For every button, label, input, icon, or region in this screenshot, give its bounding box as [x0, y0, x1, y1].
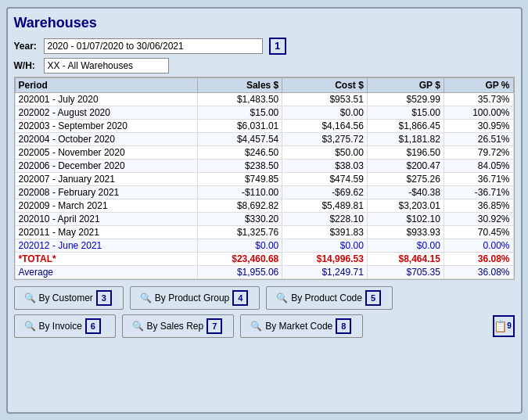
table-row: 202002 - August 2020$15.00$0.00$15.00100… — [15, 106, 513, 119]
buttons-row-1: 🔍 By Customer 3 🔍 By Product Group 4 🔍 B… — [14, 286, 515, 310]
table-row: 202009 - March 2021$8,692.82$5,489.81$3,… — [15, 199, 513, 212]
table-header-row: Period Sales $ Cost $ GP $ GP % — [15, 77, 513, 92]
by-product-code-label: By Product Code — [291, 293, 362, 303]
by-market-code-label: By Market Code — [265, 321, 332, 332]
buttons-row-2-container: 🔍 By Invoice 6 🔍 By Sales Rep 7 🔍 By Mar… — [14, 314, 515, 338]
export-icon: 📋 — [494, 320, 507, 332]
by-customer-button[interactable]: 🔍 By Customer 3 — [14, 286, 124, 310]
by-customer-label: By Customer — [39, 293, 93, 303]
by-market-code-button[interactable]: 🔍 By Market Code 8 — [240, 314, 363, 338]
by-invoice-button[interactable]: 🔍 By Invoice 6 — [14, 314, 116, 338]
table-row: 202012 - June 2021$0.00$0.00$0.000.00% — [15, 239, 513, 252]
table-row: 202011 - May 2021$1,325.76$391.83$933.93… — [15, 225, 513, 239]
table-row: 202006 - December 2020$238.50$38.03$200.… — [15, 159, 513, 172]
by-sales-rep-label: By Sales Rep — [147, 321, 204, 332]
col-gp-pct: GP % — [444, 77, 513, 92]
wh-dropdown[interactable]: XX - All Warehouses — [44, 58, 169, 74]
search-icon-2: 🔍 — [140, 293, 152, 303]
page-title: Warehouses — [14, 15, 515, 31]
data-table-container: Period Sales $ Cost $ GP $ GP % 202001 -… — [14, 77, 515, 280]
table-row: *TOTAL*$23,460.68$14,996.53$8,464.1536.0… — [15, 252, 513, 265]
badge-3: 3 — [96, 290, 112, 306]
badge-5: 5 — [365, 290, 381, 306]
search-icon-3: 🔍 — [276, 293, 288, 303]
table-row: 202007 - January 2021$749.85$474.59$275.… — [15, 172, 513, 185]
by-product-group-label: By Product Group — [155, 293, 229, 303]
table-row: Average$1,955.06$1,249.71$705.3536.08% — [15, 265, 513, 278]
by-product-code-button[interactable]: 🔍 By Product Code 5 — [266, 286, 393, 310]
year-dropdown[interactable]: 2020 - 01/07/2020 to 30/06/2021 — [44, 38, 263, 54]
col-sales: Sales $ — [197, 77, 282, 92]
table-body: 202001 - July 2020$1,483.50$953.51$529.9… — [15, 92, 513, 278]
col-cost: Cost $ — [282, 77, 368, 92]
badge-9: 9 — [507, 318, 512, 334]
wh-label: W/H: — [14, 60, 38, 71]
search-icon-1: 🔍 — [24, 293, 36, 303]
by-sales-rep-button[interactable]: 🔍 By Sales Rep 7 — [122, 314, 235, 338]
table-row: 202008 - February 2021-$110.00-$69.62-$4… — [15, 185, 513, 199]
search-icon-5: 🔍 — [132, 321, 144, 332]
export-button[interactable]: 📋 9 — [493, 315, 515, 337]
table-row: 202010 - April 2021$330.20$228.10$102.10… — [15, 212, 513, 225]
table-row: 202005 - November 2020$246.50$50.00$196.… — [15, 145, 513, 159]
table-row: 202003 - September 2020$6,031.01$4,164.5… — [15, 119, 513, 132]
badge-4: 4 — [232, 290, 248, 306]
year-label: Year: — [14, 41, 38, 52]
col-period: Period — [15, 77, 197, 92]
main-window: Warehouses Year: 2020 - 01/07/2020 to 30… — [6, 7, 523, 414]
year-row: Year: 2020 - 01/07/2020 to 30/06/2021 1 — [14, 38, 515, 55]
table-row: 202004 - October 2020$4,457.54$3,275.72$… — [15, 132, 513, 145]
buttons-section: 🔍 By Customer 3 🔍 By Product Group 4 🔍 B… — [14, 286, 515, 338]
search-icon-6: 🔍 — [250, 321, 262, 332]
data-table: Period Sales $ Cost $ GP $ GP % 202001 -… — [15, 77, 514, 279]
badge-7: 7 — [207, 318, 222, 334]
badge-6: 6 — [85, 318, 101, 334]
by-invoice-label: By Invoice — [39, 321, 82, 332]
table-row: 202001 - July 2020$1,483.50$953.51$529.9… — [15, 92, 513, 106]
buttons-row-2: 🔍 By Invoice 6 🔍 By Sales Rep 7 🔍 By Mar… — [14, 314, 364, 338]
search-icon-4: 🔍 — [24, 321, 36, 332]
col-gp: GP $ — [367, 77, 444, 92]
badge-8: 8 — [336, 318, 351, 334]
badge-1: 1 — [269, 38, 286, 55]
wh-row: W/H: XX - All Warehouses — [14, 58, 515, 74]
by-product-group-button[interactable]: 🔍 By Product Group 4 — [130, 286, 260, 310]
